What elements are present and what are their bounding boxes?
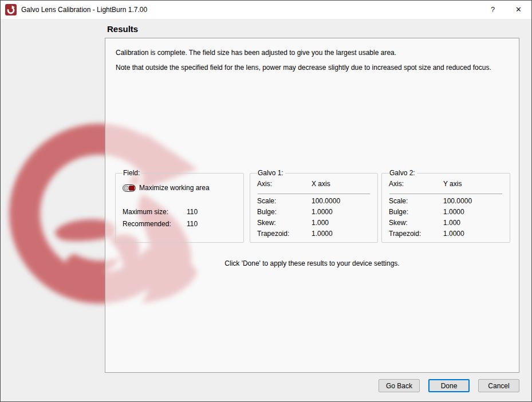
maximize-working-area-toggle[interactable]	[123, 184, 136, 192]
galvo2-scale-row: Scale: 100.0000	[389, 197, 503, 206]
galvo1-skew-row: Skew: 1.000	[257, 219, 371, 228]
separator	[389, 194, 502, 194]
toggle-knob-icon	[124, 186, 129, 191]
window-title: Galvo Lens Calibration - LightBurn 1.7.0…	[21, 6, 147, 14]
galvo2-axis-row: Axis: Y axis	[389, 180, 503, 189]
galvo2-bulge-label: Bulge:	[389, 208, 443, 216]
galvo2-trapezoid-value: 1.0000	[443, 230, 464, 238]
maximize-working-area-label: Maximize working area	[139, 184, 210, 192]
lightburn-app-icon	[5, 4, 17, 15]
galvo1-bulge-label: Bulge:	[257, 208, 312, 216]
help-button[interactable]: ?	[480, 1, 506, 19]
recommended-label: Recommended:	[123, 220, 187, 228]
maximum-size-label: Maximum size:	[123, 208, 187, 216]
maximum-size-row: Maximum size: 110	[123, 208, 237, 217]
galvo2-bulge-row: Bulge: 1.0000	[389, 208, 503, 217]
calibration-complete-text: Calibration is complete. The field size …	[116, 49, 511, 57]
field-note-text: Note that outside the specified field fo…	[116, 64, 511, 72]
results-panel: Calibration is complete. The field size …	[105, 38, 519, 373]
galvo1-scale-label: Scale:	[257, 197, 312, 205]
galvo1-trapezoid-value: 1.0000	[312, 230, 333, 238]
toggle-on-indicator-icon	[129, 186, 135, 191]
page-title: Results	[107, 24, 138, 34]
galvo1-skew-value: 1.000	[312, 219, 329, 227]
galvo2-scale-label: Scale:	[389, 197, 443, 205]
recommended-row: Recommended: 110	[123, 220, 237, 229]
galvo1-axis-label: Axis:	[257, 180, 312, 188]
separator	[258, 194, 370, 194]
galvo2-skew-label: Skew:	[389, 219, 443, 227]
galvo2-axis-value: Y axis	[443, 180, 462, 188]
galvo2-axis-label: Axis:	[389, 180, 443, 188]
cancel-button[interactable]: Cancel	[478, 379, 519, 392]
field-group: Field: Maximize working area Maximum siz…	[115, 169, 244, 243]
galvo-2-group-title: Galvo 2:	[389, 169, 417, 177]
galvo2-trapezoid-row: Trapezoid: 1.0000	[389, 230, 503, 239]
done-button[interactable]: Done	[428, 379, 470, 392]
galvo2-skew-value: 1.000	[443, 219, 460, 227]
go-back-button[interactable]: Go Back	[379, 379, 420, 392]
galvo2-bulge-value: 1.0000	[443, 208, 464, 216]
galvo1-trapezoid-row: Trapezoid: 1.0000	[257, 230, 371, 239]
galvo2-trapezoid-label: Trapezoid:	[389, 230, 443, 238]
galvo1-scale-value: 100.0000	[312, 197, 340, 205]
galvo-2-group: Galvo 2: Axis: Y axis Scale: 100.0000 Bu…	[381, 169, 510, 243]
galvo1-bulge-value: 1.0000	[312, 208, 333, 216]
galvo-lens-calibration-dialog: Galvo Lens Calibration - LightBurn 1.7.0…	[0, 0, 532, 402]
galvo2-scale-value: 100.0000	[443, 197, 472, 205]
galvo1-bulge-row: Bulge: 1.0000	[257, 208, 371, 217]
field-group-title: Field:	[123, 169, 141, 177]
galvo1-axis-row: Axis: X axis	[257, 180, 371, 189]
galvo1-skew-label: Skew:	[257, 219, 312, 227]
done-hint-text: Click 'Done' to apply these results to y…	[105, 259, 519, 267]
recommended-value: 110	[187, 220, 198, 228]
title-bar[interactable]: Galvo Lens Calibration - LightBurn 1.7.0…	[1, 1, 531, 19]
galvo-1-group: Galvo 1: Axis: X axis Scale: 100.0000 Bu…	[250, 169, 378, 243]
galvo-1-group-title: Galvo 1:	[257, 169, 285, 177]
galvo1-scale-row: Scale: 100.0000	[257, 197, 371, 206]
galvo2-skew-row: Skew: 1.000	[389, 219, 503, 228]
galvo1-trapezoid-label: Trapezoid:	[257, 230, 312, 238]
maximum-size-value: 110	[187, 208, 198, 216]
galvo1-axis-value: X axis	[312, 180, 330, 188]
close-button[interactable]: ✕	[506, 1, 531, 19]
